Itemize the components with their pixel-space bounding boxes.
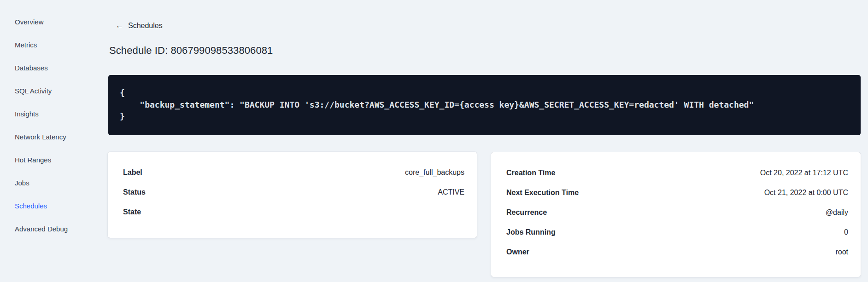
owner-row: Owner root [506,242,848,262]
jobs-running-row: Jobs Running 0 [506,222,848,242]
status-row: Status ACTIVE [123,182,464,202]
jobs-running-label: Jobs Running [506,228,556,236]
next-execution-time-label: Next Execution Time [506,189,579,197]
next-execution-time-value: Oct 21, 2022 at 0:00 UTC [764,189,848,197]
back-link-label: Schedules [128,21,163,30]
owner-value: root [835,248,848,256]
schedule-details-card: Creation Time Oct 20, 2022 at 17:12 UTC … [491,152,861,277]
back-arrow-icon: ← [116,21,123,30]
jobs-running-value: 0 [844,228,848,236]
label-row-value: core_full_backups [405,168,464,177]
page-title: Schedule ID: 806799098533806081 [109,45,273,57]
recurrence-label: Recurrence [506,208,547,217]
recurrence-value: @daily [826,208,848,217]
schedule-label-card: Label core_full_backups Status ACTIVE St… [108,152,477,238]
state-row-label: State [123,208,141,216]
back-link[interactable]: ← Schedules [116,21,163,30]
recurrence-row: Recurrence @daily [506,202,848,222]
schedule-definition-code: { "backup_statement": "BACKUP INTO 's3:/… [108,75,861,135]
main-content: ← Schedules Schedule ID: 806799098533806… [0,0,868,282]
creation-time-label: Creation Time [506,169,555,177]
label-row: Label core_full_backups [123,162,464,182]
owner-label: Owner [506,248,529,256]
creation-time-row: Creation Time Oct 20, 2022 at 17:12 UTC [506,163,848,183]
status-row-value: ACTIVE [438,188,464,196]
label-row-label: Label [123,168,142,177]
status-row-label: Status [123,188,146,196]
creation-time-value: Oct 20, 2022 at 17:12 UTC [760,169,848,177]
next-execution-time-row: Next Execution Time Oct 21, 2022 at 0:00… [506,183,848,202]
state-row: State [123,202,464,222]
